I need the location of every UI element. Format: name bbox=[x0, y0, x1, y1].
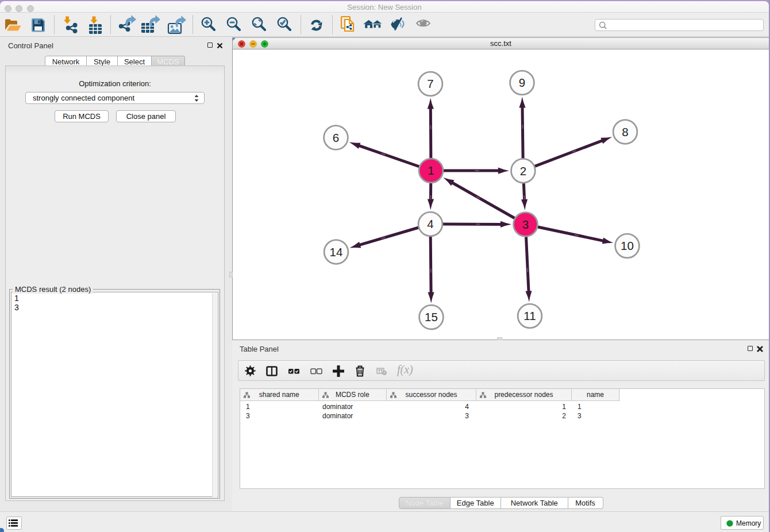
svg-text:1: 1 bbox=[428, 164, 434, 177]
svg-text:3: 3 bbox=[522, 218, 529, 231]
svg-text:14: 14 bbox=[330, 245, 343, 259]
svg-text:11: 11 bbox=[523, 309, 536, 322]
svg-text:7: 7 bbox=[427, 77, 433, 90]
svg-text:10: 10 bbox=[621, 239, 634, 252]
svg-text:2: 2 bbox=[520, 164, 526, 178]
svg-text:8: 8 bbox=[622, 125, 628, 138]
svg-text:6: 6 bbox=[333, 131, 339, 144]
svg-text:4: 4 bbox=[427, 217, 433, 230]
svg-text:15: 15 bbox=[425, 310, 438, 323]
svg-text:9: 9 bbox=[519, 76, 525, 89]
